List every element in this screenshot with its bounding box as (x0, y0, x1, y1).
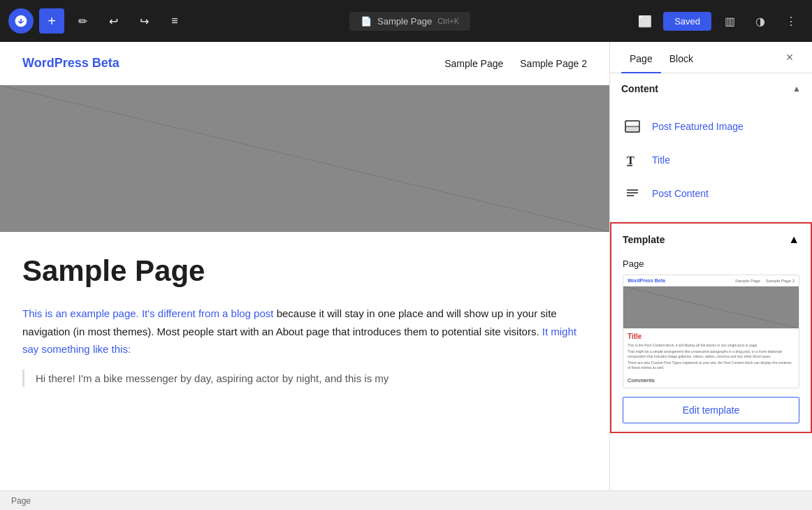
pencil-button[interactable]: ✏ (70, 8, 95, 34)
site-nav: Sample Page Sample Page 2 (444, 58, 587, 69)
canvas-area[interactable]: WordPress Beta Sample Page Sample Page 2… (0, 42, 609, 490)
preview-body: This is the Post Content block, it will … (623, 343, 799, 374)
content-item-title[interactable]: T Title (621, 143, 801, 177)
svg-text:T: T (627, 154, 635, 166)
preview-text-1: This is the Post Content block, it will … (628, 343, 795, 348)
undo-icon: ↩ (109, 15, 118, 28)
site-title[interactable]: WordPress Beta (22, 56, 119, 71)
template-section: Template ▲ Page WordPress Beta Sample Pa… (610, 222, 812, 433)
content-item-featured-image[interactable]: Post Featured Image (621, 110, 801, 143)
template-section-title: Template (623, 234, 665, 245)
toolbar: + ✏ ↩ ↪ ≡ 📄 Sample Page Ctrl+K ⬜ Saved ▥… (0, 0, 812, 42)
preview-site-title: WordPress Beta (628, 278, 665, 283)
pencil-icon: ✏ (78, 15, 87, 28)
body-paragraph-1: This is an example page. It's different … (22, 305, 587, 358)
preview-featured-image (623, 286, 799, 328)
settings-panel-button[interactable]: ▥ (717, 8, 742, 34)
sidebar-close-button[interactable]: × (778, 46, 801, 68)
nav-link-2[interactable]: Sample Page 2 (520, 58, 587, 69)
sidebar-body: Content ▲ Post Featured Image (610, 73, 812, 490)
body-link-blog[interactable]: blog post (231, 307, 274, 319)
main-layout: WordPress Beta Sample Page Sample Page 2… (0, 42, 812, 490)
preview-comments: Comments (623, 374, 799, 388)
content-item-post-content[interactable]: Post Content (621, 177, 801, 210)
more-icon: ⋮ (785, 15, 797, 28)
page-body: This is an example page. It's different … (22, 305, 587, 387)
contrast-icon: ◑ (755, 15, 765, 28)
canvas-inner: WordPress Beta Sample Page Sample Page 2… (0, 42, 609, 490)
preview-title: Title (623, 328, 799, 343)
post-content-icon (621, 182, 644, 205)
content-section: Content ▲ Post Featured Image (610, 73, 812, 222)
list-view-button[interactable]: ≡ (162, 8, 187, 34)
page-content: Sample Page This is an example page. It'… (0, 232, 609, 421)
svg-rect-3 (625, 126, 639, 132)
redo-icon: ↪ (140, 15, 149, 28)
redo-button[interactable]: ↪ (131, 8, 157, 34)
title-label: Title (652, 154, 670, 166)
featured-image-icon (621, 115, 644, 138)
template-collapse-icon: ▲ (788, 233, 799, 246)
page-selector-button[interactable]: 📄 Sample Page Ctrl+K (349, 12, 470, 31)
template-name: Page (611, 256, 811, 275)
preview-button[interactable]: ⬜ (632, 8, 658, 34)
preview-nav-1: Sample Page (735, 279, 760, 283)
content-collapse-icon: ▲ (792, 84, 801, 94)
featured-image-label: Post Featured Image (652, 121, 744, 132)
document-icon: 📄 (361, 16, 372, 27)
body-blockquote: Hi there! I'm a bike messenger by day, a… (22, 370, 587, 388)
tab-page[interactable]: Page (621, 42, 661, 73)
preview-nav: Sample Page Sample Page 2 (735, 279, 795, 283)
right-sidebar: Page Block × Content ▲ (609, 42, 812, 490)
wp-logo[interactable] (8, 8, 34, 34)
site-header: WordPress Beta Sample Page Sample Page 2 (0, 42, 609, 85)
preview-icon: ⬜ (638, 15, 652, 28)
content-items-list: Post Featured Image T Title (610, 104, 812, 221)
template-preview-header: WordPress Beta Sample Page Sample Page 2 (623, 275, 799, 286)
template-section-header[interactable]: Template ▲ (611, 224, 811, 256)
tab-block[interactable]: Block (661, 42, 702, 73)
toolbar-right: ⬜ Saved ▥ ◑ ⋮ (632, 8, 804, 34)
body-link-1[interactable]: This is an example page. It's different … (22, 307, 231, 319)
featured-image-block[interactable] (0, 85, 609, 232)
sidebar-tabs: Page Block × (610, 42, 812, 73)
body-paragraph-2: Hi there! I'm a bike messenger by day, a… (36, 370, 587, 388)
edit-template-button[interactable]: Edit template (623, 397, 799, 423)
status-label: Page (11, 496, 31, 506)
template-preview: WordPress Beta Sample Page Sample Page 2… (623, 275, 799, 388)
content-section-title: Content (621, 83, 658, 94)
preview-text-2: That might be a simple arrangement like … (628, 349, 795, 359)
preview-text-3: There are also Custom Post Types registe… (628, 360, 795, 370)
contrast-button[interactable]: ◑ (748, 8, 773, 34)
panel-icon: ▥ (725, 15, 735, 28)
page-title-heading: Sample Page (22, 254, 587, 288)
nav-link-1[interactable]: Sample Page (444, 58, 503, 69)
list-icon: ≡ (171, 15, 177, 27)
preview-nav-2: Sample Page 2 (766, 279, 795, 283)
toolbar-center: 📄 Sample Page Ctrl+K (193, 12, 627, 31)
add-block-button[interactable]: + (39, 8, 64, 34)
status-bar: Page (0, 490, 812, 510)
close-icon: × (786, 50, 794, 65)
undo-button[interactable]: ↩ (101, 8, 126, 34)
saved-button[interactable]: Saved (663, 12, 711, 31)
content-section-header[interactable]: Content ▲ (610, 73, 812, 104)
post-content-label: Post Content (652, 188, 709, 199)
title-icon: T (621, 149, 644, 171)
more-options-button[interactable]: ⋮ (778, 8, 804, 34)
